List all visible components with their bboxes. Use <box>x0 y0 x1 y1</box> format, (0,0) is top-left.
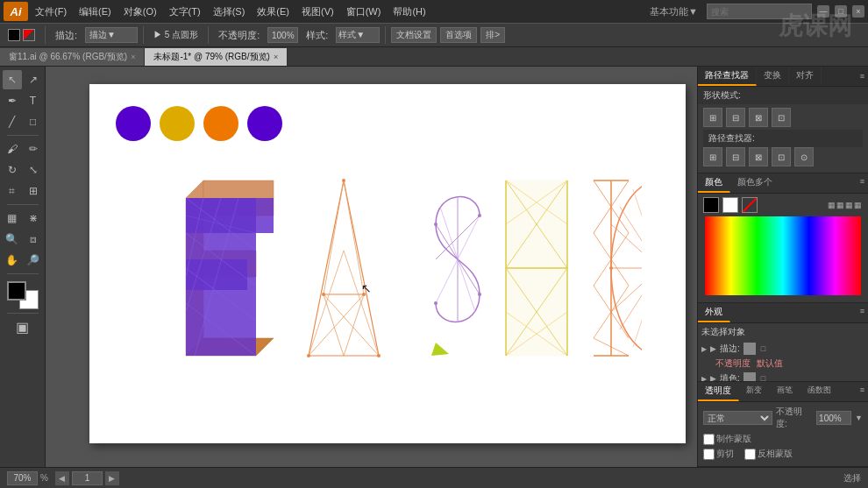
menu-text[interactable]: 文字(T) <box>164 4 206 20</box>
circle-orange[interactable] <box>203 106 238 141</box>
menu-window[interactable]: 窗口(W) <box>341 4 387 20</box>
blend-tool[interactable]: ⊞ <box>24 181 43 201</box>
opacity-value-input[interactable]: 100% <box>816 411 851 425</box>
stroke-checkbox[interactable]: □ <box>761 344 765 353</box>
fill-expand-icon[interactable]: ▶ <box>701 375 707 383</box>
zoom-tool[interactable]: 🔎 <box>24 251 43 270</box>
panel-tab-align[interactable]: 对齐 <box>789 67 822 86</box>
pencil-tool[interactable]: ✏ <box>24 139 43 159</box>
divide-button[interactable]: ⊞ <box>703 147 722 166</box>
crop-button[interactable]: ⊡ <box>772 147 791 166</box>
letter-h <box>506 180 567 356</box>
color-black-swatch[interactable] <box>703 197 719 213</box>
menu-view[interactable]: 视图(V) <box>296 4 339 20</box>
circle-purple-1[interactable] <box>116 106 151 141</box>
shape-tool[interactable]: □ <box>24 112 43 131</box>
tab-1-close[interactable]: × <box>274 53 278 61</box>
status-right: 选择 <box>843 472 861 484</box>
stroke-appear-swatch[interactable] <box>743 343 756 355</box>
maximize-button[interactable]: □ <box>835 5 847 18</box>
search-input[interactable] <box>707 4 812 19</box>
brush-tab[interactable]: 画笔 <box>770 382 800 401</box>
fill-checkbox[interactable]: □ <box>761 374 765 382</box>
outline-button[interactable]: ⊙ <box>794 147 814 166</box>
style-dropdown[interactable]: 样式▼ <box>336 27 380 43</box>
opacity-arrow[interactable]: ▼ <box>855 414 863 422</box>
paintbrush-tool[interactable]: 🖌 <box>3 139 22 159</box>
fill-appear-swatch[interactable] <box>743 372 756 382</box>
unite-button[interactable]: ⊞ <box>703 108 722 127</box>
direct-select-tool[interactable]: ↗ <box>24 70 43 89</box>
screen-mode-tool[interactable]: ▣ <box>13 317 32 336</box>
minimize-button[interactable]: — <box>817 5 829 18</box>
select-tool[interactable]: ↖ <box>3 70 22 89</box>
stroke-dropdown[interactable]: 描边▼ <box>85 27 138 43</box>
workspace-dropdown[interactable]: 基本功能▼ <box>644 5 703 18</box>
minus-front-button[interactable]: ⊟ <box>726 108 745 127</box>
color-tab[interactable]: 颜色 <box>698 173 730 193</box>
zoom-input[interactable] <box>7 471 38 485</box>
column-chart-tool[interactable]: ▦ <box>3 209 22 228</box>
gradient-tab[interactable]: 新变 <box>739 382 770 401</box>
panel-menu-icon[interactable]: ≡ <box>860 72 864 81</box>
close-button[interactable]: × <box>852 5 864 18</box>
color-multi-tab[interactable]: 颜色多个 <box>730 173 780 193</box>
hand-tool[interactable]: ✋ <box>3 251 22 270</box>
merge-button[interactable]: ⊠ <box>749 147 768 166</box>
arrange-button[interactable]: 排> <box>480 27 505 43</box>
menu-help[interactable]: 帮助(H) <box>388 4 430 20</box>
color-spectrum[interactable] <box>705 216 861 295</box>
transparency-menu[interactable]: ≡ <box>857 382 868 401</box>
menu-edit[interactable]: 编辑(E) <box>74 4 117 20</box>
type-tool[interactable]: T <box>24 91 43 110</box>
transparency-tab[interactable]: 透明度 <box>698 382 739 401</box>
canvas-area[interactable]: ↖ <box>46 67 697 467</box>
prev-page-button[interactable]: ◀ <box>55 471 69 485</box>
fill-color-tool[interactable] <box>7 281 26 301</box>
shape-mode-header[interactable]: 形状模式: <box>698 87 868 104</box>
invert-mask-checkbox[interactable] <box>744 449 756 460</box>
circle-purple-2[interactable] <box>247 106 282 141</box>
next-page-button[interactable]: ▶ <box>105 471 119 485</box>
exclude-button[interactable]: ⊡ <box>772 108 791 127</box>
menu-file[interactable]: 文件(F) <box>30 4 72 20</box>
tab-0[interactable]: 窗11.ai @ 66.67% (RGB/预览) × <box>0 48 145 66</box>
make-mask-checkbox[interactable] <box>703 434 715 445</box>
shape-mode-buttons: ⊞ ⊟ ⊠ ⊡ <box>703 108 863 127</box>
stroke-color-swatch[interactable] <box>23 29 35 41</box>
intersect-button[interactable]: ⊠ <box>749 108 768 127</box>
panel-tab-pathfinder[interactable]: 路径查找器 <box>698 67 757 86</box>
page-input[interactable] <box>72 471 103 485</box>
path-finder-header[interactable]: 路径查找器: <box>703 130 863 147</box>
blend-mode-dropdown[interactable]: 正常 <box>703 411 772 425</box>
appearance-panel-menu[interactable]: ≡ <box>857 303 868 322</box>
tab-0-close[interactable]: × <box>131 53 135 61</box>
circle-yellow[interactable] <box>160 106 195 141</box>
clip-checkbox[interactable] <box>703 449 715 460</box>
graph-tab[interactable]: 函数图 <box>800 382 839 401</box>
menu-effect[interactable]: 效果(E) <box>252 4 295 20</box>
preferences-button[interactable]: 首选项 <box>440 27 477 43</box>
color-none-swatch[interactable] <box>742 197 758 213</box>
pen-tool[interactable]: ✒ <box>3 91 22 110</box>
color-white-swatch[interactable] <box>722 197 738 213</box>
color-panel-menu[interactable]: ≡ <box>857 173 868 193</box>
menu-select[interactable]: 选择(S) <box>208 4 251 20</box>
fill-color-swatch[interactable] <box>8 29 20 41</box>
warp-tool[interactable]: ⌗ <box>3 181 22 201</box>
tab-1[interactable]: 未标题-1* @ 79% (RGB/预览) × <box>145 48 288 66</box>
eyedropper-tool[interactable]: 🔍 <box>3 230 22 249</box>
stroke-expand-icon[interactable]: ▶ <box>701 345 707 353</box>
rotate-tool[interactable]: ↻ <box>3 160 22 180</box>
doc-settings-button[interactable]: 文档设置 <box>391 27 437 43</box>
opacity-input[interactable]: 100% <box>267 27 298 43</box>
paint-bucket-tool[interactable]: ⧈ <box>24 230 43 249</box>
menu-object[interactable]: 对象(O) <box>118 4 162 20</box>
trim-button[interactable]: ⊟ <box>726 147 745 166</box>
fashion-text-graphic[interactable] <box>133 163 642 373</box>
panel-tab-transform[interactable]: 变换 <box>757 67 789 86</box>
slice-tool[interactable]: ⋇ <box>24 209 43 228</box>
appearance-tab[interactable]: 外观 <box>698 303 730 322</box>
line-tool[interactable]: ╱ <box>3 112 22 131</box>
scale-tool[interactable]: ⤡ <box>24 160 43 180</box>
